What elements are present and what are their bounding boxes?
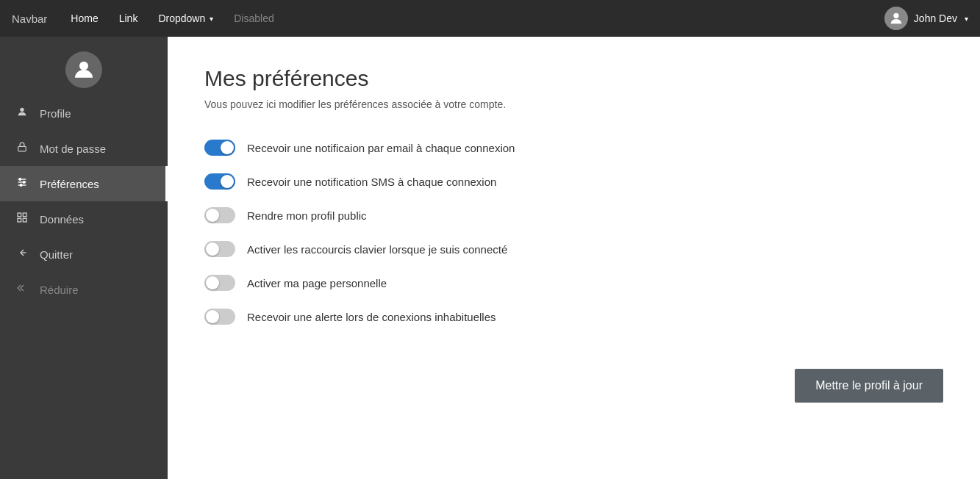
pref-item-email-notif: Recevoir une notificaion par email à cha… <box>204 140 943 156</box>
svg-rect-12 <box>18 218 21 222</box>
toggle-track-keyboard-shortcuts <box>204 241 235 257</box>
sidebar-item-donnees[interactable]: Données <box>0 201 168 237</box>
sidebar-avatar <box>0 37 168 96</box>
sidebar-item-profile[interactable]: Profile <box>0 96 168 131</box>
pref-label-email-notif: Recevoir une notificaion par email à cha… <box>247 142 515 154</box>
nav-link[interactable]: Link <box>110 8 147 29</box>
toggle-thumb-keyboard-shortcuts <box>206 242 219 256</box>
toggle-sms-notif[interactable] <box>204 173 235 190</box>
toggle-track-unusual-login-alert <box>204 309 235 325</box>
lock-icon <box>15 141 29 156</box>
sidebar-password-label: Mot de passe <box>40 143 106 155</box>
person-icon <box>15 106 29 120</box>
toggle-track-personal-page <box>204 275 235 291</box>
navbar-brand: Navbar <box>12 12 47 25</box>
pref-label-public-profile: Rendre mon profil public <box>247 209 367 222</box>
svg-point-7 <box>19 179 21 181</box>
toggle-thumb-sms-notif <box>221 175 234 188</box>
sidebar-reduire-label: Réduire <box>40 284 79 296</box>
toggle-track-sms-notif <box>204 173 235 190</box>
navbar: Navbar Home Link Dropdown ▾ Disabled Joh… <box>0 0 980 37</box>
toggle-thumb-personal-page <box>206 276 219 289</box>
pref-item-personal-page: Activer ma page personnelle <box>204 275 943 291</box>
toggle-thumb-public-profile <box>206 209 219 222</box>
sidebar-item-preferences[interactable]: Préférences <box>0 166 168 201</box>
page-subtitle: Vous pouvez ici modifier les préférences… <box>204 98 943 110</box>
toggle-unusual-login-alert[interactable] <box>204 309 235 325</box>
sidebar-profile-label: Profile <box>40 107 71 120</box>
sidebar-quitter-label: Quitter <box>40 248 73 261</box>
toggle-thumb-email-notif <box>221 141 234 154</box>
svg-rect-13 <box>23 218 26 222</box>
svg-rect-3 <box>18 146 26 151</box>
sliders-icon <box>15 176 29 191</box>
preferences-list: Recevoir une notificaion par email à cha… <box>204 140 943 325</box>
navbar-links: Home Link Dropdown ▾ Disabled <box>62 8 884 29</box>
chevron-left-icon <box>15 282 29 297</box>
user-name: John Dev <box>914 12 957 24</box>
svg-point-9 <box>20 184 22 187</box>
nav-dropdown[interactable]: Dropdown ▾ <box>149 8 222 29</box>
sidebar-item-quitter[interactable]: Quitter <box>0 237 168 272</box>
nav-home[interactable]: Home <box>62 8 107 29</box>
pref-label-personal-page: Activer ma page personnelle <box>247 277 387 289</box>
svg-rect-10 <box>18 213 21 217</box>
dropdown-chevron-icon: ▾ <box>210 15 213 23</box>
svg-point-2 <box>20 108 24 112</box>
user-avatar-icon <box>884 7 908 30</box>
sidebar-donnees-label: Données <box>40 213 84 226</box>
app-body: Profile Mot de passe Préférences Données <box>0 37 980 479</box>
sidebar-user-avatar-icon <box>65 51 102 88</box>
pref-item-keyboard-shortcuts: Activer les raccourcis clavier lorsque j… <box>204 241 943 257</box>
user-menu[interactable]: John Dev ▾ <box>884 7 968 30</box>
grid-icon <box>15 212 29 226</box>
pref-item-public-profile: Rendre mon profil public <box>204 207 943 223</box>
toggle-email-notif[interactable] <box>204 140 235 156</box>
svg-point-1 <box>79 62 88 71</box>
nav-disabled: Disabled <box>225 8 282 29</box>
pref-item-sms-notif: Recevoir une notification SMS à chaque c… <box>204 173 943 190</box>
pref-item-unusual-login-alert: Recevoir une alerte lors de conexions in… <box>204 309 943 325</box>
save-button[interactable]: Mettre le profil à jour <box>795 369 943 403</box>
svg-point-8 <box>23 181 25 184</box>
pref-label-unusual-login-alert: Recevoir une alerte lors de conexions in… <box>247 311 496 323</box>
arrow-left-icon <box>15 247 29 262</box>
toggle-thumb-unusual-login-alert <box>206 310 219 323</box>
sidebar-item-reduire[interactable]: Réduire <box>0 272 168 307</box>
sidebar-preferences-label: Préférences <box>40 178 99 190</box>
save-section: Mettre le profil à jour <box>204 369 943 403</box>
main-content: Mes préférences Vous pouvez ici modifier… <box>168 37 980 479</box>
pref-label-sms-notif: Recevoir une notification SMS à chaque c… <box>247 176 496 188</box>
user-dropdown-chevron-icon: ▾ <box>965 15 968 23</box>
toggle-public-profile[interactable] <box>204 207 235 223</box>
page-title: Mes préférences <box>204 66 943 91</box>
toggle-track-email-notif <box>204 140 235 156</box>
pref-label-keyboard-shortcuts: Activer les raccourcis clavier lorsque j… <box>247 243 507 256</box>
svg-point-0 <box>893 13 898 18</box>
toggle-keyboard-shortcuts[interactable] <box>204 241 235 257</box>
toggle-track-public-profile <box>204 207 235 223</box>
svg-rect-11 <box>23 213 26 217</box>
sidebar-item-password[interactable]: Mot de passe <box>0 131 168 166</box>
sidebar: Profile Mot de passe Préférences Données <box>0 37 168 479</box>
toggle-personal-page[interactable] <box>204 275 235 291</box>
